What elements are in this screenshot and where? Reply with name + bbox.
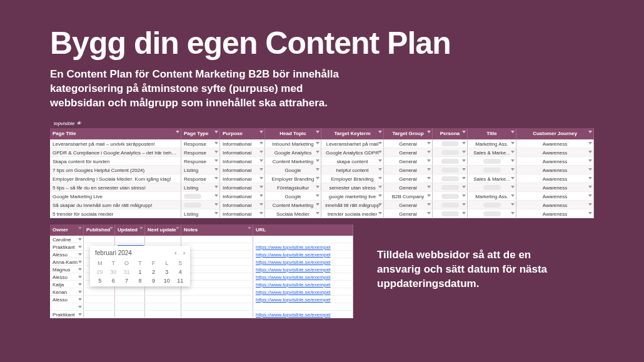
- published-cell[interactable]: [84, 236, 115, 243]
- cell[interactable]: Informational: [220, 148, 265, 156]
- calendar-day[interactable]: 29: [95, 269, 104, 275]
- chevron-down-icon[interactable]: [462, 151, 466, 153]
- chevron-down-icon[interactable]: [316, 131, 319, 133]
- chevron-down-icon[interactable]: [462, 131, 466, 133]
- url-link[interactable]: https://www.topvisible.se/exempel: [256, 282, 331, 288]
- chevron-down-icon[interactable]: [427, 203, 431, 206]
- cell[interactable]: Google: [265, 192, 321, 200]
- table-row[interactable]: Skapa content för kundenResponseInformat…: [50, 157, 594, 166]
- chevron-down-icon[interactable]: [511, 159, 515, 162]
- updated-cell[interactable]: [115, 236, 145, 243]
- chevron-down-icon[interactable]: [214, 131, 218, 133]
- chevron-down-icon[interactable]: [462, 194, 466, 197]
- chevron-down-icon[interactable]: [78, 253, 82, 256]
- chevron-down-icon[interactable]: [259, 142, 263, 144]
- owner-cell[interactable]: Kenan: [50, 288, 84, 295]
- cell[interactable]: Content Marketing: [265, 201, 321, 209]
- cell[interactable]: [433, 166, 468, 174]
- cell[interactable]: Awareness: [516, 157, 594, 165]
- cell[interactable]: Awareness: [516, 148, 594, 156]
- chevron-down-icon[interactable]: [214, 194, 218, 197]
- chevron-down-icon[interactable]: [259, 177, 263, 179]
- url-cell[interactable]: [253, 236, 353, 243]
- col-owner[interactable]: Owner: [50, 224, 84, 236]
- url-link[interactable]: https://www.topvisible.se/exempel: [256, 297, 331, 303]
- notes-cell[interactable]: [181, 273, 253, 280]
- cell[interactable]: [181, 192, 220, 200]
- chevron-down-icon[interactable]: [511, 131, 515, 133]
- cell[interactable]: General: [384, 201, 433, 209]
- chevron-down-icon[interactable]: [588, 194, 592, 197]
- chevron-down-icon[interactable]: [378, 186, 382, 188]
- owner-cell[interactable]: Alesso: [50, 296, 84, 303]
- cell[interactable]: Informational: [220, 201, 265, 209]
- table-row[interactable]: 5 trender för sociala medierListingInfor…: [50, 209, 594, 218]
- col-title[interactable]: Title: [468, 128, 516, 139]
- chevron-down-icon[interactable]: [214, 212, 218, 214]
- chevron-down-icon[interactable]: [214, 203, 218, 206]
- url-cell[interactable]: https://www.topvisible.se/exempel: [253, 266, 353, 273]
- cell[interactable]: Awareness: [516, 192, 594, 200]
- col-customer-journey[interactable]: Customer Journey: [516, 128, 594, 139]
- cell[interactable]: Listing: [181, 183, 220, 191]
- chevron-down-icon[interactable]: [139, 227, 143, 229]
- calendar-day[interactable]: 5: [95, 278, 104, 284]
- calendar-day[interactable]: 3: [162, 269, 171, 275]
- owner-cell[interactable]: Magnus: [50, 266, 84, 273]
- calendar-day[interactable]: 31: [122, 269, 131, 275]
- chevron-down-icon[interactable]: [214, 142, 218, 144]
- chevron-down-icon[interactable]: [588, 186, 592, 188]
- chevron-down-icon[interactable]: [511, 186, 515, 188]
- cell[interactable]: 5 tips – så får du en semester utan stre…: [50, 183, 181, 191]
- url-link[interactable]: https://www.topvisible.se/exempel: [256, 289, 331, 295]
- col-notes[interactable]: Notes: [181, 224, 253, 236]
- table-row[interactable]: Google Marketing LiveInformationalGoogle…: [50, 192, 594, 201]
- chevron-down-icon[interactable]: [214, 177, 218, 179]
- cell[interactable]: Awareness: [516, 174, 594, 183]
- table-row[interactable]: Så skapar du innehåll som når rätt målgr…: [50, 201, 594, 209]
- cell[interactable]: General: [384, 174, 433, 183]
- cell[interactable]: Awareness: [516, 201, 594, 209]
- notes-cell[interactable]: [181, 236, 253, 243]
- cell[interactable]: google marketing live: [321, 192, 384, 200]
- cell[interactable]: [468, 157, 516, 165]
- chevron-down-icon[interactable]: [462, 212, 466, 214]
- chevron-down-icon[interactable]: [427, 186, 431, 188]
- cell[interactable]: [433, 139, 468, 148]
- cell[interactable]: Leveransbarhet på mail – undvik skräppos…: [50, 139, 181, 148]
- chevron-down-icon[interactable]: [588, 177, 592, 179]
- cell[interactable]: Awareness: [516, 139, 594, 148]
- url-link[interactable]: https://www.topvisible.se/exempel: [256, 244, 331, 250]
- chevron-down-icon[interactable]: [259, 151, 263, 153]
- chevron-down-icon[interactable]: [78, 283, 82, 286]
- chevron-down-icon[interactable]: [427, 159, 431, 162]
- cell[interactable]: Sociala Medier: [265, 209, 321, 218]
- chevron-down-icon[interactable]: [378, 194, 382, 197]
- chevron-down-icon[interactable]: [427, 131, 431, 133]
- chevron-down-icon[interactable]: [78, 268, 82, 271]
- chevron-down-icon[interactable]: [316, 151, 319, 153]
- cell[interactable]: Google Analytics GDPR: [321, 148, 384, 156]
- cell[interactable]: Marketing Ass.: [468, 139, 516, 148]
- notes-cell[interactable]: [181, 243, 253, 250]
- cell[interactable]: Så skapar du innehåll som når rätt målgr…: [50, 201, 181, 209]
- owner-cell[interactable]: Caroline: [50, 236, 84, 243]
- cell[interactable]: Listing: [181, 209, 220, 218]
- chevron-down-icon[interactable]: [214, 186, 218, 188]
- next-update-cell[interactable]: [145, 303, 181, 310]
- cell[interactable]: General: [384, 157, 433, 165]
- chevron-down-icon[interactable]: [378, 212, 382, 214]
- cell[interactable]: Marketing Ass.: [468, 192, 516, 200]
- chevron-down-icon[interactable]: [511, 212, 515, 214]
- chevron-down-icon[interactable]: [176, 131, 179, 133]
- cell[interactable]: Informational: [220, 183, 265, 191]
- owner-cell[interactable]: Alesso: [50, 273, 84, 280]
- calendar-day[interactable]: 1: [135, 269, 144, 275]
- url-link[interactable]: https://www.topvisible.se/exempel: [256, 267, 331, 273]
- table-row[interactable]: 7 tips om Googles Helpful Content (2024)…: [50, 166, 594, 174]
- url-cell[interactable]: https://www.topvisible.se/exempel: [253, 243, 353, 250]
- chevron-down-icon[interactable]: [588, 203, 592, 206]
- owner-cell[interactable]: Katja: [50, 281, 84, 288]
- chevron-down-icon[interactable]: [462, 186, 466, 188]
- chevron-down-icon[interactable]: [176, 227, 179, 229]
